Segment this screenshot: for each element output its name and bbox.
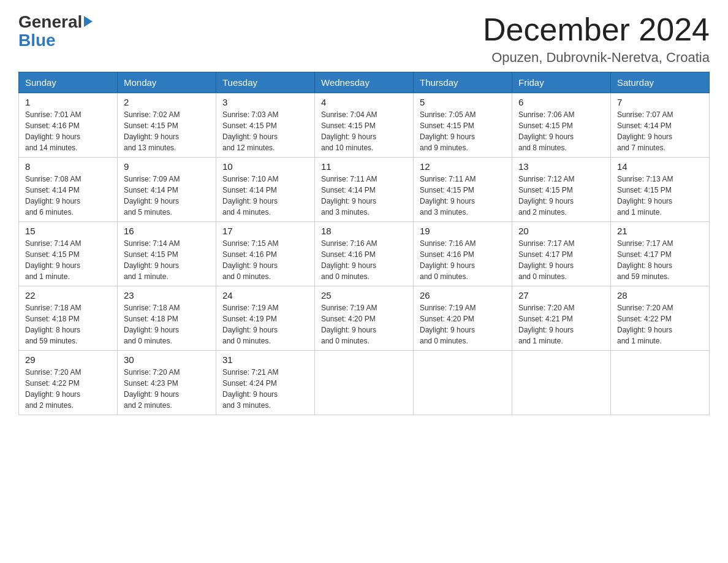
day-number: 28 — [617, 290, 703, 301]
calendar-cell: 15 Sunrise: 7:14 AMSunset: 4:15 PMDaylig… — [19, 222, 118, 286]
calendar-cell — [414, 351, 512, 415]
day-info: Sunrise: 7:14 AMSunset: 4:15 PMDaylight:… — [25, 238, 111, 282]
day-number: 5 — [420, 97, 506, 107]
header-thursday: Thursday — [414, 72, 512, 93]
calendar-table: SundayMondayTuesdayWednesdayThursdayFrid… — [18, 72, 710, 415]
day-info: Sunrise: 7:05 AMSunset: 4:15 PMDaylight:… — [420, 109, 506, 153]
day-info: Sunrise: 7:19 AMSunset: 4:20 PMDaylight:… — [420, 302, 506, 347]
day-number: 26 — [420, 290, 506, 301]
day-number: 6 — [518, 97, 604, 107]
calendar-cell: 16 Sunrise: 7:14 AMSunset: 4:15 PMDaylig… — [118, 222, 216, 286]
calendar-cell: 7 Sunrise: 7:07 AMSunset: 4:14 PMDayligh… — [611, 93, 710, 158]
calendar-cell: 24 Sunrise: 7:19 AMSunset: 4:19 PMDaylig… — [216, 286, 315, 351]
header-friday: Friday — [512, 72, 611, 93]
day-number: 19 — [420, 226, 506, 236]
days-header-row: SundayMondayTuesdayWednesdayThursdayFrid… — [19, 72, 710, 93]
week-row-5: 29 Sunrise: 7:20 AMSunset: 4:22 PMDaylig… — [19, 351, 710, 415]
day-number: 22 — [25, 290, 111, 301]
day-info: Sunrise: 7:19 AMSunset: 4:19 PMDaylight:… — [222, 302, 308, 347]
day-info: Sunrise: 7:01 AMSunset: 4:16 PMDaylight:… — [25, 109, 111, 153]
calendar-cell: 13 Sunrise: 7:12 AMSunset: 4:15 PMDaylig… — [512, 158, 611, 222]
day-number: 23 — [124, 290, 210, 301]
day-info: Sunrise: 7:06 AMSunset: 4:15 PMDaylight:… — [518, 109, 604, 153]
calendar-cell: 6 Sunrise: 7:06 AMSunset: 4:15 PMDayligh… — [512, 93, 611, 158]
calendar-cell: 10 Sunrise: 7:10 AMSunset: 4:14 PMDaylig… — [216, 158, 315, 222]
week-row-4: 22 Sunrise: 7:18 AMSunset: 4:18 PMDaylig… — [19, 286, 710, 351]
calendar-cell: 8 Sunrise: 7:08 AMSunset: 4:14 PMDayligh… — [19, 158, 118, 222]
calendar-cell — [611, 351, 710, 415]
week-row-3: 15 Sunrise: 7:14 AMSunset: 4:15 PMDaylig… — [19, 222, 710, 286]
day-number: 11 — [321, 161, 407, 172]
day-info: Sunrise: 7:03 AMSunset: 4:15 PMDaylight:… — [222, 109, 308, 153]
header-sunday: Sunday — [19, 72, 118, 93]
day-number: 2 — [124, 97, 210, 107]
day-info: Sunrise: 7:18 AMSunset: 4:18 PMDaylight:… — [124, 302, 210, 347]
week-row-1: 1 Sunrise: 7:01 AMSunset: 4:16 PMDayligh… — [19, 93, 710, 158]
header-tuesday: Tuesday — [216, 72, 315, 93]
day-info: Sunrise: 7:21 AMSunset: 4:24 PMDaylight:… — [222, 367, 308, 411]
location-text: Opuzen, Dubrovnik-Neretva, Croatia — [483, 50, 710, 66]
day-number: 20 — [518, 226, 604, 236]
day-info: Sunrise: 7:12 AMSunset: 4:15 PMDaylight:… — [518, 174, 604, 218]
calendar-cell: 18 Sunrise: 7:16 AMSunset: 4:16 PMDaylig… — [315, 222, 414, 286]
calendar-cell: 2 Sunrise: 7:02 AMSunset: 4:15 PMDayligh… — [118, 93, 216, 158]
day-number: 31 — [222, 354, 308, 365]
calendar-cell: 9 Sunrise: 7:09 AMSunset: 4:14 PMDayligh… — [118, 158, 216, 222]
day-number: 24 — [222, 290, 308, 301]
calendar-cell: 23 Sunrise: 7:18 AMSunset: 4:18 PMDaylig… — [118, 286, 216, 351]
day-info: Sunrise: 7:10 AMSunset: 4:14 PMDaylight:… — [222, 174, 308, 218]
calendar-cell: 28 Sunrise: 7:20 AMSunset: 4:22 PMDaylig… — [611, 286, 710, 351]
day-info: Sunrise: 7:17 AMSunset: 4:17 PMDaylight:… — [617, 238, 703, 282]
day-info: Sunrise: 7:20 AMSunset: 4:22 PMDaylight:… — [617, 302, 703, 347]
calendar-cell: 20 Sunrise: 7:17 AMSunset: 4:17 PMDaylig… — [512, 222, 611, 286]
day-info: Sunrise: 7:18 AMSunset: 4:18 PMDaylight:… — [25, 302, 111, 347]
day-info: Sunrise: 7:14 AMSunset: 4:15 PMDaylight:… — [124, 238, 210, 282]
day-info: Sunrise: 7:11 AMSunset: 4:15 PMDaylight:… — [420, 174, 506, 218]
calendar-cell: 4 Sunrise: 7:04 AMSunset: 4:15 PMDayligh… — [315, 93, 414, 158]
calendar-cell: 30 Sunrise: 7:20 AMSunset: 4:23 PMDaylig… — [118, 351, 216, 415]
day-number: 7 — [617, 97, 703, 107]
calendar-cell: 3 Sunrise: 7:03 AMSunset: 4:15 PMDayligh… — [216, 93, 315, 158]
day-number: 3 — [222, 97, 308, 107]
day-number: 30 — [124, 354, 210, 365]
day-info: Sunrise: 7:16 AMSunset: 4:16 PMDaylight:… — [420, 238, 506, 282]
calendar-cell: 17 Sunrise: 7:15 AMSunset: 4:16 PMDaylig… — [216, 222, 315, 286]
calendar-cell: 21 Sunrise: 7:17 AMSunset: 4:17 PMDaylig… — [611, 222, 710, 286]
day-number: 17 — [222, 226, 308, 236]
day-number: 27 — [518, 290, 604, 301]
day-number: 8 — [25, 161, 111, 172]
day-info: Sunrise: 7:11 AMSunset: 4:14 PMDaylight:… — [321, 174, 407, 218]
logo-arrow-icon — [84, 16, 93, 27]
day-info: Sunrise: 7:02 AMSunset: 4:15 PMDaylight:… — [124, 109, 210, 153]
calendar-cell: 1 Sunrise: 7:01 AMSunset: 4:16 PMDayligh… — [19, 93, 118, 158]
logo: General Blue — [18, 12, 93, 50]
page-header: General Blue December 2024 Opuzen, Dubro… — [18, 12, 710, 66]
day-info: Sunrise: 7:17 AMSunset: 4:17 PMDaylight:… — [518, 238, 604, 282]
month-title: December 2024 — [483, 12, 710, 47]
logo-general-text: General — [18, 12, 82, 32]
day-info: Sunrise: 7:08 AMSunset: 4:14 PMDaylight:… — [25, 174, 111, 218]
day-number: 14 — [617, 161, 703, 172]
day-number: 15 — [25, 226, 111, 236]
day-info: Sunrise: 7:15 AMSunset: 4:16 PMDaylight:… — [222, 238, 308, 282]
day-number: 29 — [25, 354, 111, 365]
day-info: Sunrise: 7:09 AMSunset: 4:14 PMDaylight:… — [124, 174, 210, 218]
calendar-cell: 12 Sunrise: 7:11 AMSunset: 4:15 PMDaylig… — [414, 158, 512, 222]
header-wednesday: Wednesday — [315, 72, 414, 93]
calendar-cell: 31 Sunrise: 7:21 AMSunset: 4:24 PMDaylig… — [216, 351, 315, 415]
day-number: 13 — [518, 161, 604, 172]
day-number: 25 — [321, 290, 407, 301]
calendar-cell: 25 Sunrise: 7:19 AMSunset: 4:20 PMDaylig… — [315, 286, 414, 351]
calendar-cell: 14 Sunrise: 7:13 AMSunset: 4:15 PMDaylig… — [611, 158, 710, 222]
day-number: 21 — [617, 226, 703, 236]
calendar-cell: 11 Sunrise: 7:11 AMSunset: 4:14 PMDaylig… — [315, 158, 414, 222]
title-block: December 2024 Opuzen, Dubrovnik-Neretva,… — [483, 12, 710, 66]
day-info: Sunrise: 7:19 AMSunset: 4:20 PMDaylight:… — [321, 302, 407, 347]
day-info: Sunrise: 7:04 AMSunset: 4:15 PMDaylight:… — [321, 109, 407, 153]
day-number: 16 — [124, 226, 210, 236]
day-info: Sunrise: 7:20 AMSunset: 4:22 PMDaylight:… — [25, 367, 111, 411]
day-number: 18 — [321, 226, 407, 236]
day-info: Sunrise: 7:07 AMSunset: 4:14 PMDaylight:… — [617, 109, 703, 153]
calendar-cell: 29 Sunrise: 7:20 AMSunset: 4:22 PMDaylig… — [19, 351, 118, 415]
logo-blue-text: Blue — [18, 31, 56, 50]
